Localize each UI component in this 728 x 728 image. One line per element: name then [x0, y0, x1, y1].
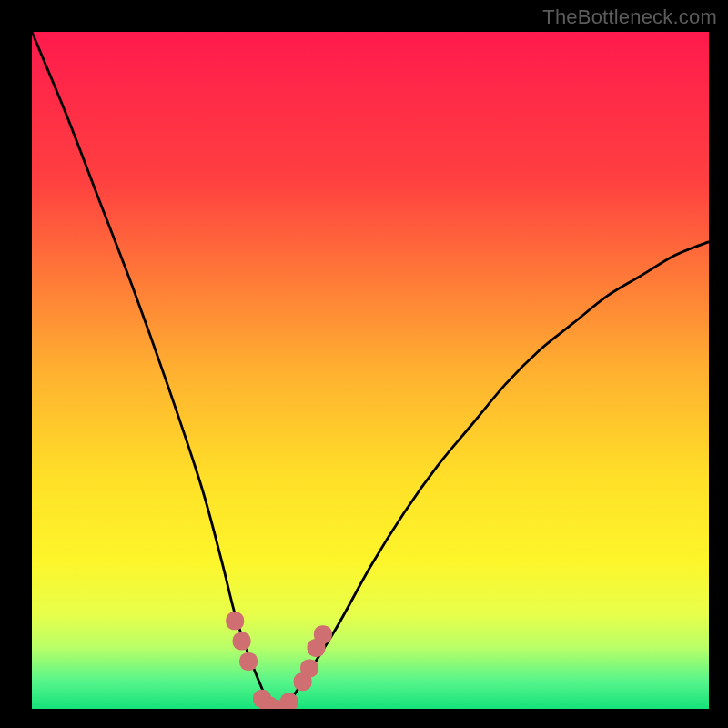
data-marker — [314, 625, 332, 643]
chart-frame: TheBottleneck.com — [0, 0, 728, 728]
curve-layer — [32, 32, 709, 709]
data-marker — [300, 659, 318, 677]
data-marker — [239, 652, 258, 671]
attribution-text: TheBottleneck.com — [542, 5, 717, 29]
data-marker — [226, 612, 244, 630]
data-marker — [280, 693, 298, 709]
plot-area — [32, 32, 709, 709]
data-marker — [233, 632, 251, 651]
bottleneck-curve — [32, 32, 709, 709]
